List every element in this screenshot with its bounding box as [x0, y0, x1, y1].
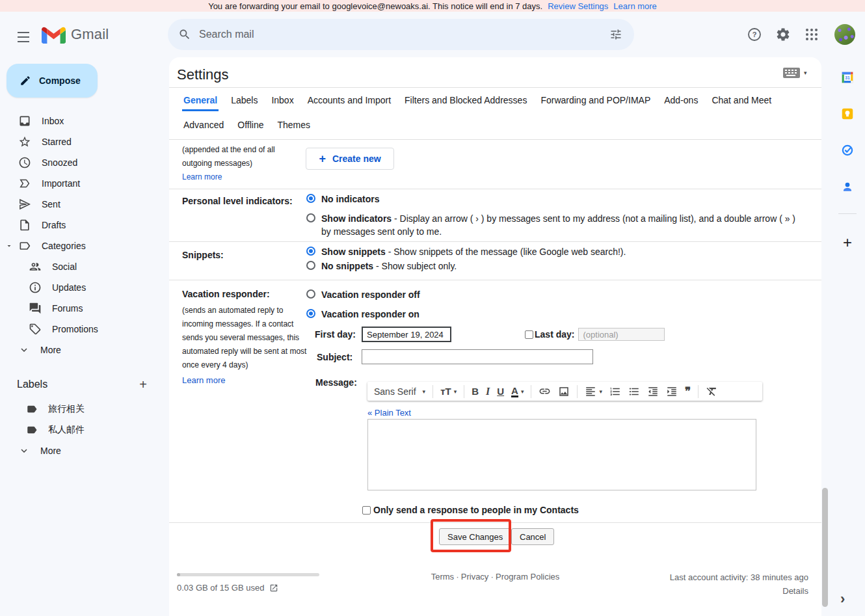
sidebar-item-starred[interactable]: Starred: [0, 131, 161, 152]
vacation-learn-more-link[interactable]: Learn more: [182, 375, 225, 385]
contacts-icon[interactable]: [842, 181, 853, 193]
radio-option-show-snippets: Show snippets - Show snippets of the mes…: [306, 245, 806, 258]
sidebar-item-inbox[interactable]: Inbox: [0, 111, 161, 131]
program-policies-link[interactable]: Program Policies: [496, 572, 559, 582]
open-in-new-icon[interactable]: [269, 583, 278, 593]
send-icon: [18, 198, 31, 211]
forwarding-notice-banner: You are forwarding your email to googlev…: [0, 0, 865, 12]
sidebar-item-important[interactable]: Important: [0, 173, 161, 194]
contacts-only-checkbox[interactable]: [362, 506, 371, 515]
compose-label: Compose: [39, 75, 81, 86]
last-day-checkbox[interactable]: [525, 330, 533, 339]
tab-chat-and-meet[interactable]: Chat and Meet: [710, 90, 773, 111]
font-size-button[interactable]: тT ▾: [440, 386, 457, 397]
indent-increase-button[interactable]: [666, 386, 678, 397]
first-day-input[interactable]: [362, 327, 451, 342]
sidebar-item-more[interactable]: More: [0, 340, 161, 360]
sidebar-label-travel[interactable]: 旅行相关: [0, 399, 161, 420]
text-color-icon: A: [511, 386, 518, 397]
search-options-icon[interactable]: [603, 21, 629, 47]
tab-addons[interactable]: Add-ons: [663, 90, 699, 111]
signature-learn-more-link[interactable]: Learn more: [182, 172, 222, 181]
cancel-button[interactable]: Cancel: [511, 528, 554, 545]
italic-button[interactable]: I: [486, 386, 490, 397]
tab-offline[interactable]: Offline: [236, 114, 265, 136]
numbered-list-button[interactable]: [609, 386, 621, 397]
quote-button[interactable]: ❞: [685, 386, 691, 397]
first-day-row: First day: Last day:: [315, 327, 665, 342]
search-icon[interactable]: [178, 28, 191, 41]
sidebar-item-categories[interactable]: Categories: [0, 235, 161, 256]
compose-button[interactable]: Compose: [7, 64, 98, 98]
font-family-select[interactable]: Sans Serif ▾: [374, 386, 425, 397]
radio-unselected[interactable]: [306, 289, 315, 299]
get-addons-button[interactable]: +: [839, 234, 856, 251]
sidebar-item-label: Starred: [42, 137, 72, 147]
sidebar-label-personal[interactable]: 私人邮件: [0, 420, 161, 440]
align-button[interactable]: ▾: [585, 386, 602, 397]
sidebar-labels-more[interactable]: More: [0, 440, 161, 461]
show-side-panel-chevron[interactable]: ›: [840, 591, 845, 608]
tab-forwarding[interactable]: Forwarding and POP/IMAP: [539, 90, 652, 111]
tasks-icon[interactable]: [842, 144, 853, 156]
radio-unselected[interactable]: [306, 261, 315, 270]
tab-accounts-and-import[interactable]: Accounts and Import: [306, 90, 392, 111]
calendar-icon[interactable]: 31: [842, 72, 853, 83]
save-changes-button[interactable]: Save Changes: [439, 528, 511, 545]
bold-button[interactable]: B: [472, 386, 479, 397]
tab-labels[interactable]: Labels: [230, 90, 259, 111]
review-settings-link[interactable]: Review Settings: [548, 1, 608, 11]
tab-advanced[interactable]: Advanced: [182, 114, 225, 136]
search-bar[interactable]: [168, 19, 634, 50]
sidebar-item-snoozed[interactable]: Snoozed: [0, 152, 161, 173]
create-label-button[interactable]: +: [134, 375, 152, 394]
sidebar-item-sent[interactable]: Sent: [0, 194, 161, 215]
text-color-button[interactable]: A ▾: [511, 386, 524, 397]
contacts-only-row: Only send a response to people in my Con…: [362, 505, 579, 515]
tab-filters[interactable]: Filters and Blocked Addresses: [403, 90, 528, 111]
plain-text-link[interactable]: « Plain Text: [367, 408, 411, 418]
keep-icon[interactable]: [842, 108, 853, 120]
hamburger-menu-button[interactable]: [8, 21, 39, 53]
google-apps-button[interactable]: [799, 21, 825, 47]
sidebar-item-promotions[interactable]: Promotions: [0, 319, 161, 340]
indent-decrease-button[interactable]: [647, 386, 659, 397]
gmail-logo[interactable]: Gmail: [42, 25, 109, 44]
collapse-caret-icon[interactable]: [5, 242, 13, 250]
remove-formatting-button[interactable]: [706, 385, 718, 397]
tab-themes[interactable]: Themes: [276, 114, 312, 136]
tab-general[interactable]: General: [182, 90, 219, 111]
sidebar-item-social[interactable]: Social: [0, 256, 161, 277]
radio-selected[interactable]: [306, 194, 315, 203]
sidebar-item-forums[interactable]: Forums: [0, 298, 161, 319]
insert-image-button[interactable]: [558, 386, 570, 397]
sidebar-item-drafts[interactable]: Drafts: [0, 215, 161, 235]
input-method-selector[interactable]: ▾: [783, 68, 807, 78]
radio-unselected[interactable]: [306, 213, 315, 222]
create-new-signature-button[interactable]: + Create new: [306, 148, 394, 170]
underline-button[interactable]: U: [497, 386, 504, 397]
banner-learn-more-link[interactable]: Learn more: [613, 1, 656, 11]
labels-header: Labels +: [0, 375, 161, 394]
avatar[interactable]: [834, 24, 855, 45]
image-icon: [558, 386, 570, 397]
scrollbar-thumb[interactable]: [822, 488, 828, 607]
insert-link-button[interactable]: [539, 385, 551, 397]
dropdown-arrow-icon: ▾: [599, 388, 602, 395]
vacation-message-textarea[interactable]: [367, 419, 756, 490]
tab-inbox[interactable]: Inbox: [270, 90, 295, 111]
help-button[interactable]: ?: [741, 21, 767, 47]
page-title: Settings: [177, 66, 229, 83]
bulleted-list-button[interactable]: [628, 386, 640, 397]
last-day-input[interactable]: [578, 328, 665, 341]
terms-link[interactable]: Terms: [431, 572, 454, 582]
search-input[interactable]: [199, 29, 603, 40]
radio-selected[interactable]: [306, 309, 315, 318]
sidebar-item-updates[interactable]: Updates: [0, 277, 161, 298]
privacy-link[interactable]: Privacy: [461, 572, 489, 582]
details-link[interactable]: Details: [782, 586, 808, 596]
settings-gear-button[interactable]: [770, 21, 796, 47]
storage-usage: 0.03 GB of 15 GB used: [177, 583, 278, 593]
subject-input[interactable]: [362, 349, 593, 364]
radio-selected[interactable]: [306, 247, 315, 256]
